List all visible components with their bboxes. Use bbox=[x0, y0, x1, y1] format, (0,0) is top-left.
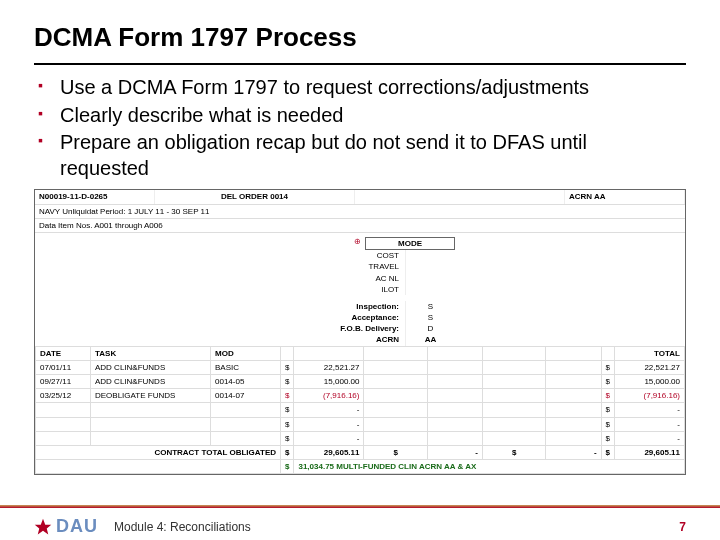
meta-lbl: ILOT bbox=[315, 284, 405, 295]
col-mod: MOD bbox=[211, 346, 281, 360]
acrn-label: ACRN AA bbox=[565, 190, 685, 203]
bullet-item: Clearly describe what is needed bbox=[60, 103, 672, 129]
navy-period: NAVY Unliquidat Period: 1 JULY 11 - 30 S… bbox=[35, 205, 213, 218]
contract-total-row: CONTRACT TOTAL OBLIGATED $ 29,605.11 $-$… bbox=[36, 445, 685, 459]
meta-lbl: COST bbox=[315, 250, 405, 261]
page-title: DCMA Form 1797 Process bbox=[0, 0, 720, 59]
bullet-item: Prepare an obligation recap but do not s… bbox=[60, 130, 672, 181]
title-rule bbox=[34, 63, 686, 65]
table-row: 09/27/11 ADD CLIN&FUNDS 0014-05 $ 15,000… bbox=[36, 375, 685, 389]
bullet-list: Use a DCMA Form 1797 to request correcti… bbox=[0, 75, 720, 181]
data-items: Data Item Nos. A001 through A006 bbox=[35, 219, 167, 232]
meta-lbl: AC NL bbox=[315, 273, 405, 284]
insp-lbl: Inspection: bbox=[315, 301, 405, 312]
col-date: DATE bbox=[36, 346, 91, 360]
star-icon bbox=[34, 518, 52, 536]
table-row: 07/01/11 ADD CLIN&FUNDS BASIC $ 22,521.2… bbox=[36, 360, 685, 374]
col-total: TOTAL bbox=[615, 346, 685, 360]
col-task: TASK bbox=[91, 346, 211, 360]
mode-box: MODE bbox=[365, 237, 455, 250]
fob-lbl: F.O.B. Delivery: bbox=[315, 323, 405, 334]
dau-logo: DAU Module 4: Reconciliations bbox=[34, 516, 251, 537]
del-order: DEL ORDER 0014 bbox=[155, 190, 355, 203]
table-row: 03/25/12 DEOBLIGATE FUNDS 0014-07 $ (7,9… bbox=[36, 389, 685, 403]
contract-id: N00019-11-D-0265 bbox=[35, 190, 155, 203]
grand-row: $ 31,034.75 MULTI-FUNDED CLIN ACRN AA & … bbox=[36, 460, 685, 474]
module-label: Module 4: Reconciliations bbox=[114, 520, 251, 534]
obligation-table: DATE TASK MOD TOTAL 07/01/11 ADD CLIN&FU… bbox=[35, 346, 685, 475]
acc-lbl: Acceptance: bbox=[315, 312, 405, 323]
meta-lbl: TRAVEL bbox=[315, 261, 405, 272]
acrn-lbl: ACRN bbox=[315, 334, 405, 345]
form-image: N00019-11-D-0265 DEL ORDER 0014 ACRN AA … bbox=[34, 189, 686, 475]
svg-marker-0 bbox=[35, 519, 52, 535]
logo-text: DAU bbox=[56, 516, 98, 537]
mode-icon: ⊕ bbox=[354, 237, 361, 250]
page-number: 7 bbox=[679, 520, 686, 534]
bullet-item: Use a DCMA Form 1797 to request correcti… bbox=[60, 75, 672, 101]
